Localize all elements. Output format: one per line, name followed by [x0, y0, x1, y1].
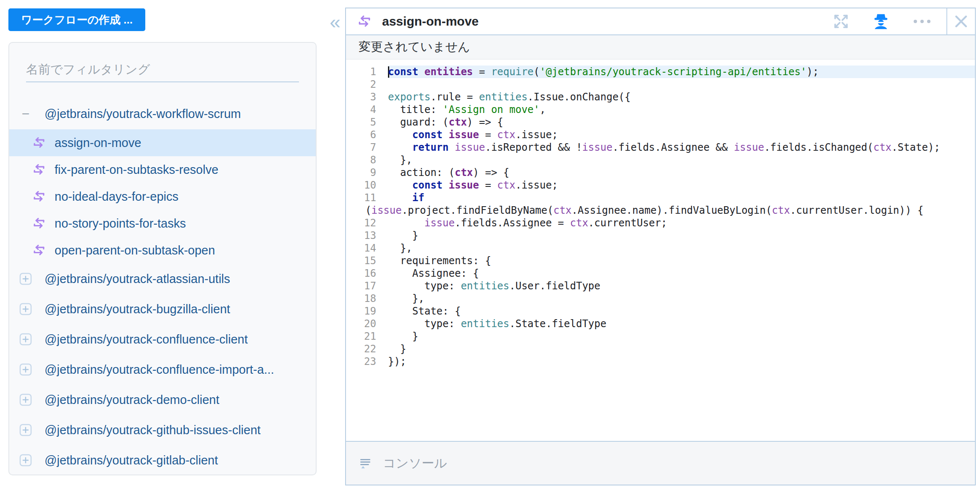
- console-bar[interactable]: コンソール: [346, 441, 975, 485]
- code-line-7: 7 return issue.isReported && !issue.fiel…: [346, 141, 975, 154]
- code-line-1: 1const entities = require('@jetbrains/yo…: [346, 66, 975, 78]
- line-number: 21: [346, 330, 376, 343]
- line-number: 14: [346, 242, 376, 254]
- workflow-rule-icon: [33, 136, 45, 149]
- expand-group-icon[interactable]: [19, 363, 32, 376]
- expand-group-icon[interactable]: [19, 333, 32, 346]
- group-label: @jetbrains/youtrack-confluence-client: [45, 333, 248, 346]
- workflow-group-7[interactable]: @jetbrains/youtrack-gitlab-client: [9, 445, 316, 475]
- workflow-group-6[interactable]: @jetbrains/youtrack-github-issues-client: [9, 415, 316, 445]
- editor-panel: assign-on-move: [345, 8, 976, 485]
- editor-title: assign-on-move: [382, 14, 479, 29]
- workflow-rule-icon: [33, 163, 45, 176]
- code-line-12: 12 issue.fields.Assignee = ctx.currentUs…: [346, 217, 975, 229]
- line-number: 22: [346, 343, 376, 355]
- line-number: 13: [346, 229, 376, 242]
- code-line-15: 15 requirements: {: [346, 254, 975, 267]
- rule-label: open-parent-on-subtask-open: [55, 244, 215, 257]
- group-label: @jetbrains/youtrack-demo-client: [45, 393, 219, 407]
- workflow-rule-icon: [33, 217, 45, 230]
- group-label: @jetbrains/youtrack-workflow-scrum: [45, 107, 241, 121]
- line-number: 19: [346, 305, 376, 317]
- console-label: コンソール: [383, 455, 447, 472]
- filter-input[interactable]: [26, 57, 299, 81]
- line-number: 15: [346, 254, 376, 267]
- line-number: 1: [346, 66, 376, 78]
- fullscreen-icon[interactable]: [832, 13, 850, 30]
- line-number: 5: [346, 116, 376, 128]
- workflow-group-5[interactable]: @jetbrains/youtrack-demo-client: [9, 385, 316, 415]
- code-line-5: 5 guard: (ctx) => {: [346, 116, 975, 128]
- code-line-17: 17 type: entities.User.fieldType: [346, 280, 975, 292]
- code-line-8: 8 },: [346, 154, 975, 166]
- line-number: 9: [346, 166, 376, 179]
- workflow-rule-no-story-points-for-tasks[interactable]: no-story-points-for-tasks: [9, 210, 316, 237]
- workflows-tree: −@jetbrains/youtrack-workflow-scrumassig…: [9, 98, 316, 475]
- expand-group-icon[interactable]: [19, 424, 32, 436]
- workflows-page: ワークフローの作成 ... « −@jetbrains/youtrack-wor…: [0, 0, 980, 493]
- code-line-23: 23});: [346, 355, 975, 368]
- workflow-group-0[interactable]: −@jetbrains/youtrack-workflow-scrum: [9, 98, 316, 129]
- collapse-sidebar-icon[interactable]: «: [322, 9, 348, 34]
- group-label: @jetbrains/youtrack-gitlab-client: [45, 454, 218, 467]
- code-line-9: 9 action: (ctx) => {: [346, 166, 975, 179]
- line-number: 12: [346, 217, 376, 229]
- code-line-14: 14 },: [346, 242, 975, 254]
- expand-group-icon[interactable]: [19, 303, 32, 315]
- code-line-10: 10 const issue = ctx.issue;: [346, 179, 975, 191]
- workflow-rule-assign-on-move[interactable]: assign-on-move: [9, 129, 316, 156]
- workflow-group-2[interactable]: @jetbrains/youtrack-bugzilla-client: [9, 294, 316, 324]
- line-number: 3: [346, 91, 376, 103]
- line-number: 23: [346, 355, 376, 368]
- workflow-rule-icon: [358, 15, 371, 28]
- code-line-21: 21 }: [346, 330, 975, 343]
- workflow-group-1[interactable]: @jetbrains/youtrack-atlassian-utils: [9, 264, 316, 294]
- line-number: 17: [346, 280, 376, 292]
- status-message: 変更されていません: [359, 39, 470, 55]
- rule-label: no-ideal-days-for-epics: [55, 190, 178, 204]
- filter-field: [26, 57, 299, 82]
- group-label: @jetbrains/youtrack-github-issues-client: [45, 423, 261, 437]
- rule-label: no-story-points-for-tasks: [55, 217, 186, 231]
- code-editor[interactable]: 1const entities = require('@jetbrains/yo…: [346, 60, 975, 441]
- code-line-19: 19 State: {: [346, 305, 975, 317]
- workflow-group-3[interactable]: @jetbrains/youtrack-confluence-client: [9, 324, 316, 354]
- collapse-group-icon[interactable]: −: [19, 108, 32, 120]
- line-number: 18: [346, 292, 376, 305]
- line-number: 10: [346, 179, 376, 191]
- more-options-icon[interactable]: [912, 18, 932, 25]
- line-number: 6: [346, 128, 376, 141]
- line-number: 11: [346, 191, 376, 204]
- code-line-13: 13 }: [346, 229, 975, 242]
- debug-icon[interactable]: [872, 12, 890, 31]
- group-label: @jetbrains/youtrack-bugzilla-client: [45, 302, 230, 316]
- code-line-2: 2: [346, 78, 975, 91]
- workflow-rule-fix-parent-on-subtasks-resolve[interactable]: fix-parent-on-subtasks-resolve: [9, 156, 316, 183]
- line-number: 2: [346, 78, 376, 91]
- line-number: 16: [346, 267, 376, 280]
- code-line-6: 6 const issue = ctx.issue;: [346, 128, 975, 141]
- code-line-3: 3exports.rule = entities.Issue.onChange(…: [346, 91, 975, 103]
- line-number: 4: [346, 103, 376, 116]
- code-line-11-wrap: (issue.project.findFieldByName(ctx.Assig…: [346, 204, 975, 217]
- create-workflow-button[interactable]: ワークフローの作成 ...: [8, 8, 145, 31]
- close-icon[interactable]: [947, 8, 975, 34]
- editor-header-actions: [832, 12, 946, 31]
- code-line-18: 18 },: [346, 292, 975, 305]
- expand-group-icon[interactable]: [19, 273, 32, 285]
- workflow-rule-open-parent-on-subtask-open[interactable]: open-parent-on-subtask-open: [9, 237, 316, 264]
- group-label: @jetbrains/youtrack-confluence-import-a.…: [45, 363, 274, 377]
- workflow-rule-no-ideal-days-for-epics[interactable]: no-ideal-days-for-epics: [9, 183, 316, 210]
- code-line-16: 16 Assignee: {: [346, 267, 975, 280]
- workflows-sidebar: −@jetbrains/youtrack-workflow-scrumassig…: [8, 42, 317, 475]
- code-line-22: 22 }: [346, 343, 975, 355]
- rule-label: fix-parent-on-subtasks-resolve: [55, 163, 218, 177]
- workflow-rule-icon: [33, 190, 45, 203]
- expand-group-icon[interactable]: [19, 393, 32, 406]
- workflow-group-4[interactable]: @jetbrains/youtrack-confluence-import-a.…: [9, 354, 316, 385]
- group-label: @jetbrains/youtrack-atlassian-utils: [45, 272, 230, 286]
- editor-header: assign-on-move: [346, 8, 975, 35]
- status-bar: 変更されていません: [346, 35, 975, 60]
- line-number: 7: [346, 141, 376, 154]
- expand-group-icon[interactable]: [19, 454, 32, 467]
